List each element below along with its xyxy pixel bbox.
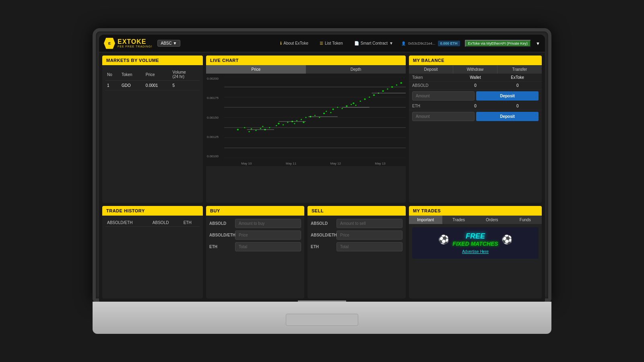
ad-banner: ⚽ FREE FIXED MATCHES ⚽ Advertise Here (412, 227, 539, 259)
absold-token-label: ABSOLD (412, 83, 454, 88)
svg-point-33 (330, 112, 331, 113)
tab-price[interactable]: Price (206, 65, 306, 74)
tab-deposit[interactable]: Deposit (409, 65, 453, 74)
market-token: GDO (120, 81, 144, 90)
svg-point-14 (260, 128, 261, 129)
x-label-2: May 11 (286, 162, 296, 165)
y-label-5: 0.00200 (207, 77, 219, 80)
svg-point-35 (337, 107, 338, 108)
svg-point-27 (305, 117, 306, 118)
ad-free-text: FREE (452, 232, 498, 241)
sell-price-input[interactable] (336, 230, 402, 240)
trades-tabs: Important Trades Orders Funds (409, 216, 542, 224)
wallet-icon: 👤 (401, 41, 406, 45)
tab-orders[interactable]: Orders (475, 216, 509, 224)
sell-pair-field: ABSOLD/ETH (311, 230, 402, 240)
sell-amount-input[interactable] (336, 219, 402, 228)
eth-balance: 0.000 ETH (438, 41, 460, 46)
hist-col-pair: ABSOLD/ETH (105, 219, 151, 227)
wallet-info: 👤 0x53cD9c21e4... 0.000 ETH (401, 41, 460, 46)
sell-eth-label: ETH (311, 245, 335, 249)
list-token-link[interactable]: ☰ List Token (316, 39, 346, 47)
tab-funds[interactable]: Funds (509, 216, 542, 224)
svg-point-44 (373, 94, 375, 96)
y-label-3: 0.00150 (207, 116, 219, 119)
history-header: TRADE HISTORY (102, 206, 203, 216)
absold-amount-input[interactable] (412, 91, 475, 101)
y-axis-labels: 0.00200 0.00175 0.00150 0.00125 0.00100 (207, 77, 219, 158)
eth-amount-input[interactable] (412, 112, 475, 121)
markets-body: No Token Price Volume(24 hr) 1 (102, 65, 203, 94)
market-volume: 5 (171, 81, 200, 90)
logo-area: E EXTOKE FEE FREE TRADING! (104, 38, 153, 49)
markets-header: MARKETS BY VOLUME (102, 56, 203, 65)
sell-panel: SELL ABSOLD ABSO (308, 206, 406, 298)
table-row[interactable]: 1 GDO 0.0001 5 (105, 81, 200, 90)
markets-panel: MARKETS BY VOLUME No Token Price Volume(… (102, 56, 203, 203)
svg-point-9 (237, 129, 239, 130)
svg-point-31 (323, 113, 325, 114)
market-price: 0.0001 (144, 81, 171, 90)
sell-total-input[interactable] (336, 242, 402, 251)
svg-point-25 (301, 119, 302, 120)
buy-total-input[interactable] (235, 242, 301, 251)
absold-wallet-value: 0 (454, 83, 497, 88)
absold-deposit-btn[interactable]: Deposit (476, 91, 539, 101)
contract-icon: 📄 (354, 41, 359, 45)
y-label-4: 0.00175 (207, 96, 219, 100)
buy-pair-label: ABSOLD/ETH (209, 233, 233, 237)
smart-contract-link[interactable]: 📄 Smart Contract ▼ (351, 39, 396, 47)
buy-header: BUY (206, 206, 304, 216)
history-body: ABSOLD/ETH ABSOLD ETH (102, 216, 203, 230)
balance-panel: MY BALANCE Deposit Withdraw Transfer Tok… (409, 56, 542, 203)
history-panel: TRADE HISTORY ABSOLD/ETH ABSOLD ETH (102, 206, 203, 298)
eth-balance-row: ETH 0 0 (409, 102, 542, 110)
tab-withdraw[interactable]: Withdraw (453, 65, 497, 74)
hist-col-eth: ETH (182, 219, 200, 227)
eth-deposit-btn[interactable]: Deposit (476, 112, 539, 121)
svg-point-21 (287, 122, 288, 123)
about-link[interactable]: ℹ About ExToke (277, 39, 312, 47)
tab-transfer[interactable]: Transfer (497, 65, 542, 74)
svg-point-17 (269, 127, 270, 128)
chart-panel: LIVE CHART Price Depth 0.00200 0.00175 0… (206, 56, 406, 203)
sell-absold-label: ABSOLD (311, 221, 335, 226)
buy-pair-field: ABSOLD/ETH (209, 230, 301, 240)
x-label-4: May 13 (375, 162, 386, 165)
x-axis-labels: May 10 May 11 May 12 May 13 (224, 162, 402, 165)
buy-form: ABSOLD ABSOLD/ETH (206, 216, 304, 257)
y-label-1: 0.00100 (207, 154, 219, 158)
svg-point-30 (319, 117, 320, 118)
markets-col-token: Token (120, 68, 144, 81)
svg-point-10 (244, 127, 245, 128)
ad-content: ⚽ FREE FIXED MATCHES ⚽ (438, 232, 512, 247)
buy-price-input[interactable] (235, 230, 301, 240)
advertise-link[interactable]: Advertise Here (462, 249, 489, 254)
dropdown-arrow-icon: ▼ (389, 41, 393, 45)
eth-wallet-value: 0 (454, 104, 497, 108)
balance-header: MY BALANCE (409, 56, 542, 65)
soccer-ball-right-icon: ⚽ (502, 234, 512, 245)
col-token: Token (412, 75, 454, 80)
buy-token-field: ABSOLD (209, 219, 301, 228)
svg-point-40 (355, 105, 356, 106)
svg-point-38 (351, 104, 352, 105)
eth-amount-row: Deposit (409, 110, 542, 123)
svg-point-34 (332, 109, 334, 110)
buy-panel: BUY ABSOLD ABSOL (206, 206, 304, 298)
api-dropdown-icon[interactable]: ▼ (536, 41, 540, 46)
tab-depth[interactable]: Depth (306, 65, 406, 74)
sell-pair-label: ABSOLD/ETH (311, 233, 335, 237)
buy-amount-input[interactable] (235, 219, 301, 228)
tab-trades[interactable]: Trades (442, 216, 476, 224)
history-table: ABSOLD/ETH ABSOLD ETH (105, 219, 200, 227)
markets-table: No Token Price Volume(24 hr) 1 (105, 68, 200, 90)
svg-point-19 (278, 123, 280, 124)
sell-token-field: ABSOLD (311, 219, 402, 228)
svg-point-20 (283, 124, 284, 125)
tab-important[interactable]: Important (409, 216, 442, 224)
absold-balance-row: ABSOLD 0 0 (409, 82, 542, 90)
api-method-btn[interactable]: ExToke via MyEtherAPI (Private Key) (465, 40, 531, 47)
network-selector[interactable]: ABSC ▼ (157, 40, 181, 47)
svg-point-16 (262, 126, 263, 127)
